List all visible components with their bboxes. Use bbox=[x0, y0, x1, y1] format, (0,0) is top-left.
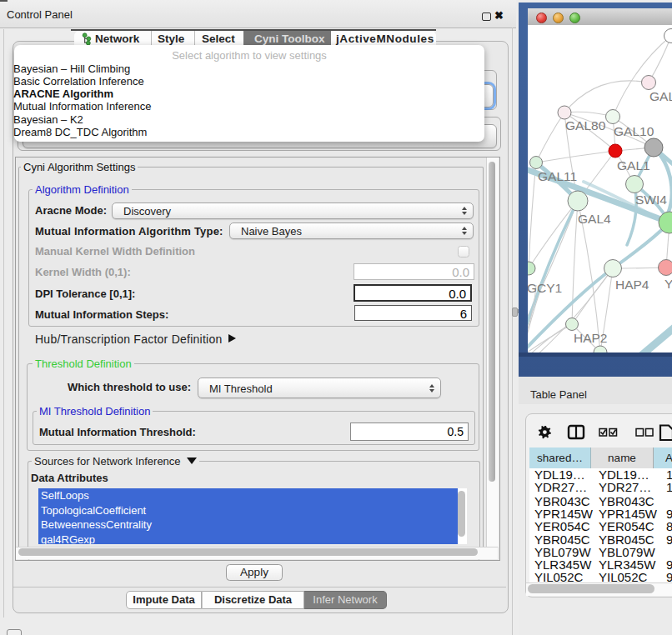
svg-text:GAL7: GAL7 bbox=[649, 89, 672, 103]
svg-text:GAL10: GAL10 bbox=[614, 124, 654, 138]
svg-text:Y: Y bbox=[664, 277, 672, 291]
svg-text:GAL11: GAL11 bbox=[538, 169, 577, 183]
svg-text:HAP4: HAP4 bbox=[615, 278, 649, 292]
svg-text:GCY1: GCY1 bbox=[528, 281, 562, 295]
svg-text:GAL80: GAL80 bbox=[565, 118, 606, 132]
svg-text:HAP2: HAP2 bbox=[574, 331, 608, 345]
svg-text:SWI4: SWI4 bbox=[635, 192, 667, 207]
svg-text:GAL1: GAL1 bbox=[617, 158, 650, 172]
svg-text:GAL4: GAL4 bbox=[578, 212, 611, 226]
